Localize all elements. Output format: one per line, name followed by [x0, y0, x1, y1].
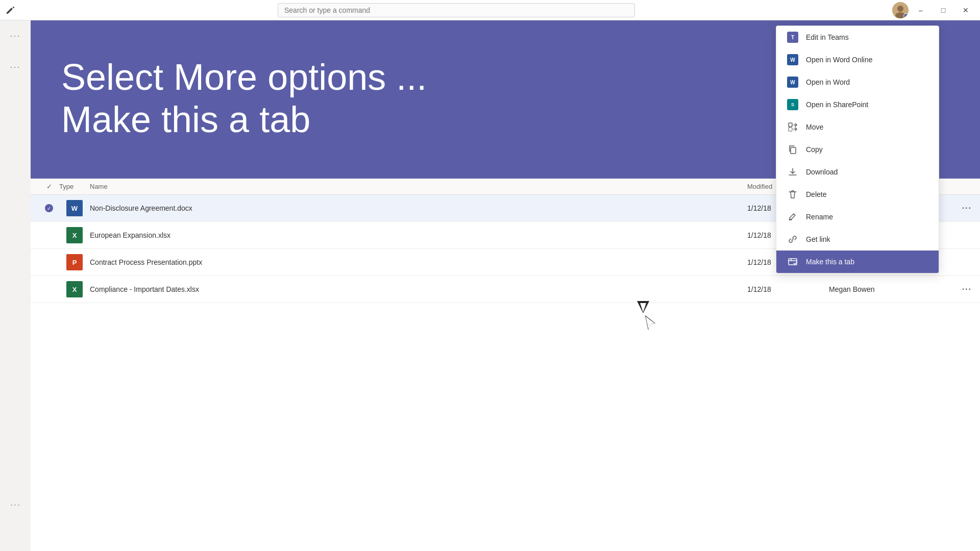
svg-rect-5	[791, 147, 796, 154]
tab-icon	[787, 256, 799, 268]
menu-item-label: Rename	[806, 213, 833, 221]
search-input[interactable]	[278, 3, 635, 17]
menu-item-label: Open in Word Online	[806, 56, 872, 64]
file-type-icon: P	[59, 254, 90, 270]
move-icon	[787, 121, 799, 133]
menu-item-open-word-online[interactable]: W Open in Word Online	[776, 48, 939, 71]
avatar[interactable]	[892, 2, 909, 18]
menu-item-label: Download	[806, 168, 838, 176]
sidebar-dots-bot[interactable]: ···	[10, 499, 21, 510]
table-row[interactable]: X Compliance - Important Dates.xlsx 1/12…	[31, 276, 980, 303]
menu-item-label: Delete	[806, 190, 826, 198]
check-icon: ✓	[46, 183, 52, 190]
online-badge	[903, 13, 909, 18]
excel-icon: X	[66, 281, 83, 297]
menu-item-label: Edit in Teams	[806, 33, 849, 41]
teams-icon: T	[787, 31, 799, 43]
file-modified: 1/12/18	[747, 285, 829, 293]
file-type-icon: X	[59, 227, 90, 243]
menu-item-label: Get link	[806, 235, 830, 243]
maximize-button[interactable]: □	[933, 0, 953, 20]
download-icon	[787, 166, 799, 178]
file-type-icon: W	[59, 200, 90, 216]
ppt-icon: P	[66, 254, 83, 270]
word-icon: W	[787, 76, 799, 88]
menu-item-label: Open in Word	[806, 78, 850, 86]
file-modified-by: Megan Bowen	[829, 285, 931, 293]
menu-item-move[interactable]: Move	[776, 116, 939, 138]
menu-item-label: Move	[806, 123, 823, 131]
file-name: Non-Disclosure Agreement.docx	[90, 204, 747, 212]
header-type: Type	[59, 183, 90, 190]
context-menu: T Edit in Teams W Open in Word Online W …	[776, 26, 939, 273]
menu-item-label: Copy	[806, 145, 823, 154]
menu-item-copy[interactable]: Copy	[776, 138, 939, 161]
rename-icon	[787, 211, 799, 223]
menu-item-edit-in-teams[interactable]: T Edit in Teams	[776, 26, 939, 48]
link-icon	[787, 233, 799, 245]
menu-item-label: Make this a tab	[806, 258, 854, 266]
delete-icon	[787, 188, 799, 201]
row-more-options[interactable]: ···	[931, 285, 972, 294]
menu-item-get-link[interactable]: Get link	[776, 228, 939, 251]
minimize-button[interactable]: –	[911, 0, 931, 20]
sidebar: ··· ··· ···	[0, 20, 31, 551]
menu-item-open-sharepoint[interactable]: S Open in SharePoint	[776, 93, 939, 116]
edit-icon[interactable]	[0, 0, 20, 20]
title-bar-actions: – □ ✕	[892, 0, 976, 20]
sidebar-dots-mid[interactable]: ···	[10, 62, 20, 72]
menu-item-open-word[interactable]: W Open in Word	[776, 71, 939, 93]
row-check[interactable]: ✓	[39, 204, 59, 212]
menu-item-delete[interactable]: Delete	[776, 183, 939, 206]
menu-item-make-tab[interactable]: Make this a tab	[776, 251, 939, 273]
close-button[interactable]: ✕	[955, 0, 976, 20]
svg-rect-3	[789, 123, 792, 127]
copy-icon	[787, 143, 799, 156]
word-online-icon: W	[787, 54, 799, 66]
file-name: Compliance - Important Dates.xlsx	[90, 285, 747, 293]
svg-point-1	[897, 6, 903, 12]
menu-item-label: Open in SharePoint	[806, 101, 868, 109]
file-name: European Expansion.xlsx	[90, 231, 747, 239]
sidebar-dots-top[interactable]: ···	[10, 31, 20, 41]
file-name: Contract Process Presentation.pptx	[90, 258, 747, 266]
svg-rect-4	[789, 128, 792, 131]
excel-icon: X	[66, 227, 83, 243]
check-mark: ✓	[45, 204, 53, 212]
word-icon: W	[66, 200, 83, 216]
file-type-icon: X	[59, 281, 90, 297]
menu-item-download[interactable]: Download	[776, 161, 939, 183]
menu-item-rename[interactable]: Rename	[776, 206, 939, 228]
header-check[interactable]: ✓	[39, 183, 59, 190]
title-bar: – □ ✕	[0, 0, 980, 20]
sharepoint-icon: S	[787, 98, 799, 111]
header-name[interactable]: Name	[90, 183, 747, 190]
